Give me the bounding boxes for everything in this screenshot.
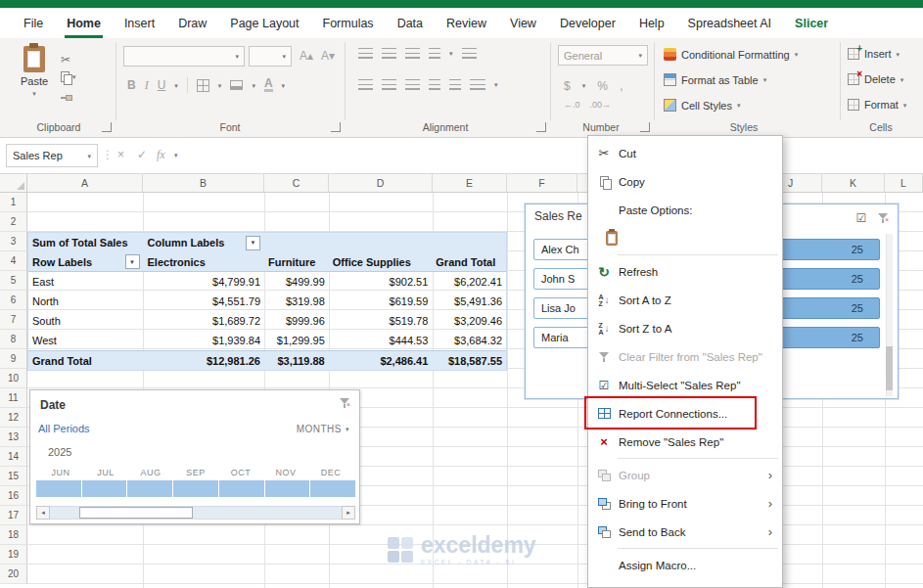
font-color-caret-icon[interactable]: ▾ <box>282 82 286 89</box>
conditional-formatting-button[interactable]: Conditional Formatting ▾ <box>664 48 798 61</box>
row-header-17[interactable]: 17 <box>0 506 27 525</box>
number-format-combo[interactable]: General▾ <box>558 45 648 66</box>
column-header-l[interactable]: L <box>885 174 923 193</box>
pivot-cell-a4[interactable]: Row Labels▼ <box>28 252 144 271</box>
tab-insert[interactable]: Insert <box>113 8 166 38</box>
pivot-value[interactable]: $6,202.41 <box>432 272 506 292</box>
clipboard-dialog-launcher[interactable] <box>102 122 112 132</box>
bold-button[interactable]: B <box>127 78 136 92</box>
decrease-indent-button[interactable] <box>429 79 440 90</box>
increase-decimal-button[interactable]: ←.0 <box>564 100 580 110</box>
menu-item-cut[interactable]: ✂Cut <box>589 139 781 167</box>
pivot-value[interactable]: $4,551.79 <box>144 292 264 311</box>
fill-color-button[interactable] <box>230 80 243 90</box>
pivot-value[interactable]: $3,119.88 <box>264 351 329 370</box>
column-header-c[interactable]: C <box>264 174 329 193</box>
timeline-segment[interactable] <box>219 480 264 497</box>
align-top-button[interactable] <box>358 48 373 59</box>
pivot-header-office-supplies[interactable]: Office Supplies <box>329 252 433 271</box>
pivot-value[interactable]: $1,299.95 <box>264 331 329 350</box>
paste-button[interactable]: Paste ▾ <box>14 46 55 97</box>
timeline-segment[interactable] <box>310 480 355 497</box>
delete-cells-button[interactable]: × Delete ▾ <box>848 73 903 85</box>
tab-help[interactable]: Help <box>627 8 676 38</box>
cell-styles-button[interactable]: Cell Styles ▾ <box>664 99 740 112</box>
select-all-corner[interactable] <box>0 174 27 193</box>
pivot-value[interactable]: $619.59 <box>329 292 433 311</box>
timeline-segment[interactable] <box>127 480 172 497</box>
timeline-scroll-left-button[interactable]: ◂ <box>36 506 50 520</box>
tab-draw[interactable]: Draw <box>166 8 218 38</box>
menu-item-copy[interactable]: Copy <box>589 167 781 196</box>
pivot-value[interactable]: $902.51 <box>329 272 433 292</box>
confirm-entry-button[interactable]: ✓ <box>137 148 147 161</box>
tab-developer[interactable]: Developer <box>548 8 627 38</box>
menu-item-send-to-back[interactable]: Send to Back› <box>589 518 781 546</box>
row-header-4[interactable]: 4 <box>0 251 27 271</box>
increase-font-size-button[interactable]: A▴ <box>300 49 313 63</box>
pivot-value[interactable]: $5,491.36 <box>432 292 506 311</box>
insert-function-button[interactable]: fx <box>157 148 165 162</box>
menu-item-remove-slicer[interactable]: ×Remove "Sales Rep" <box>589 428 781 456</box>
row-header-9[interactable]: 9 <box>0 349 27 369</box>
pivot-cell-e3[interactable] <box>432 233 506 252</box>
tab-file[interactable]: File <box>12 8 55 38</box>
timeline-scroll-right-button[interactable]: ▸ <box>342 506 355 520</box>
tab-spreadsheet-ai[interactable]: Spreadsheet AI <box>676 8 783 38</box>
row-header-6[interactable]: 6 <box>0 291 27 310</box>
format-as-table-button[interactable]: Format as Table ▾ <box>664 73 766 86</box>
row-header-7[interactable]: 7 <box>0 310 27 330</box>
pivot-cell-b3[interactable]: Column Labels▼ <box>144 233 264 252</box>
format-painter-button[interactable] <box>61 95 72 101</box>
tab-formulas[interactable]: Formulas <box>311 8 386 38</box>
pivot-value[interactable]: $1,939.84 <box>144 331 264 350</box>
pivot-value[interactable]: $999.96 <box>264 311 329 331</box>
menu-item-multi-select[interactable]: ☑Multi-Select "Sales Rep" <box>589 371 781 399</box>
menu-item-sort-a-to-z[interactable]: AZ↓Sort A to Z <box>589 286 781 314</box>
column-header-d[interactable]: D <box>329 174 433 193</box>
row-header-18[interactable]: 18 <box>0 525 27 545</box>
orientation-button[interactable] <box>429 48 440 59</box>
menu-item-refresh[interactable]: ↻Refresh <box>589 257 781 286</box>
tab-review[interactable]: Review <box>435 8 498 38</box>
tab-page-layout[interactable]: Page Layout <box>218 8 310 38</box>
row-labels-filter-dropdown[interactable]: ▼ <box>125 254 140 269</box>
date-timeline[interactable]: Date × All Periods MONTHS ▾ 2025 JUN JUL… <box>29 389 360 524</box>
column-header-k[interactable]: K <box>822 174 885 193</box>
align-center-button[interactable] <box>382 79 396 90</box>
row-header-11[interactable]: 11 <box>0 388 27 408</box>
tab-view[interactable]: View <box>498 8 548 38</box>
formula-input[interactable] <box>188 142 919 169</box>
merge-center-button[interactable] <box>470 79 485 90</box>
tab-data[interactable]: Data <box>386 8 435 38</box>
number-dialog-launcher[interactable] <box>640 122 650 132</box>
pivot-header-grand-total[interactable]: Grand Total <box>432 252 506 271</box>
align-left-button[interactable] <box>358 79 373 90</box>
menu-item-assign-macro[interactable]: Assign Macro... <box>589 551 781 579</box>
slicer-item-selected[interactable]: 25 <box>772 239 880 260</box>
borders-caret-icon[interactable]: ▾ <box>218 82 222 89</box>
row-header-2[interactable]: 2 <box>0 212 27 232</box>
row-header-1[interactable]: 1 <box>0 193 27 212</box>
pivot-value[interactable]: $2,486.41 <box>329 351 433 370</box>
borders-button[interactable] <box>197 79 209 92</box>
slicer-item-selected[interactable]: 25 <box>772 268 880 290</box>
row-header-8[interactable]: 8 <box>0 330 27 349</box>
tab-slicer-contextual[interactable]: Slicer <box>783 8 840 38</box>
menu-item-paste-option-keep-formatting[interactable] <box>589 224 781 252</box>
row-header-14[interactable]: 14 <box>0 447 27 467</box>
align-right-button[interactable] <box>405 79 420 90</box>
slicer-clear-filter-button[interactable]: × <box>874 209 892 227</box>
font-name-combo[interactable]: ▾ <box>123 46 245 67</box>
pivot-cell-c3[interactable] <box>264 233 329 252</box>
row-header-12[interactable]: 12 <box>0 408 27 428</box>
pivot-cell-d3[interactable] <box>329 233 433 252</box>
pivot-cell-a3[interactable]: Sum of Total Sales <box>28 233 144 252</box>
row-header-15[interactable]: 15 <box>0 467 27 486</box>
pivot-header-furniture[interactable]: Furniture <box>264 252 329 271</box>
alignment-dialog-launcher[interactable] <box>536 122 546 132</box>
underline-button[interactable]: U <box>158 78 166 92</box>
timeline-segment[interactable] <box>36 480 81 497</box>
accounting-caret-icon[interactable]: ▾ <box>582 82 586 89</box>
slicer-item-selected[interactable]: 25 <box>772 327 880 348</box>
